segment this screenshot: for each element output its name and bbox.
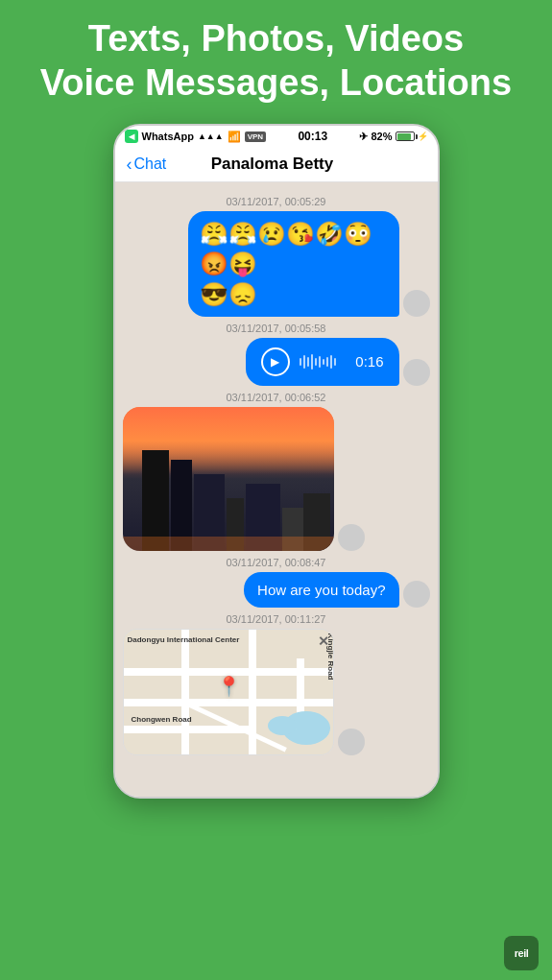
signal-icon: ▲▲▲ [198, 131, 224, 141]
avatar-1 [403, 290, 430, 317]
play-button[interactable]: ▶ [261, 347, 290, 376]
reil-icon: reil [504, 936, 539, 970]
map-label-road1: Chongwen Road [132, 715, 192, 724]
status-time: 00:13 [298, 130, 327, 143]
map-pin: 📍 [217, 675, 241, 698]
location-icon: ✈ [359, 131, 368, 143]
timestamp-4: 03/11/2017, 00:08:47 [123, 557, 430, 568]
map-close-button[interactable]: ✕ [318, 633, 329, 649]
timestamp-1: 03/11/2017, 00:05:29 [123, 196, 430, 207]
whatsapp-icon: ◀ [125, 130, 138, 143]
city-photo [123, 407, 334, 551]
back-button[interactable]: ‹ Chat [127, 155, 167, 173]
reil-logo: reil [504, 936, 539, 970]
message-row-3 [123, 407, 430, 551]
status-right: ✈ 82% ⚡ [359, 131, 427, 143]
hero-section: Texts, Photos, Videos Voice Messages, Lo… [0, 0, 552, 114]
back-label: Chat [134, 155, 167, 173]
voice-duration: 0:16 [355, 353, 383, 370]
avatar-3 [338, 524, 365, 551]
status-left: ◀ WhatsApp ▲▲▲ 📶 VPN [125, 130, 267, 143]
message-row-5: Dadongyu International Center Chongwen R… [123, 629, 430, 755]
chat-area[interactable]: 03/11/2017, 00:05:29 😤😤😢😘🤣😳😡😝😎😞 03/11/20… [115, 182, 438, 797]
hero-line1: Texts, Photos, Videos [10, 17, 542, 61]
phone-wrapper: ◀ WhatsApp ▲▲▲ 📶 VPN 00:13 ✈ 82% ⚡ ‹ Cha… [0, 124, 552, 799]
message-row-1: 😤😤😢😘🤣😳😡😝😎😞 [123, 211, 430, 317]
charging-icon: ⚡ [418, 131, 428, 141]
battery-pct: 82% [371, 131, 392, 142]
map-bubble-5[interactable]: Dadongyu International Center Chongwen R… [123, 629, 334, 755]
photo-bubble-3[interactable] [123, 407, 334, 551]
voice-bubble-2[interactable]: ▶ 0:16 [246, 338, 399, 386]
message-row-2: ▶ 0:16 [123, 338, 430, 386]
avatar-2 [403, 359, 430, 386]
phone-frame: ◀ WhatsApp ▲▲▲ 📶 VPN 00:13 ✈ 82% ⚡ ‹ Cha… [113, 124, 440, 799]
map-label-location: Dadongyu International Center [128, 635, 240, 644]
battery-icon [396, 131, 415, 141]
emoji-bubble-1: 😤😤😢😘🤣😳😡😝😎😞 [188, 211, 399, 317]
status-app-name: WhatsApp [142, 131, 194, 142]
nav-bar: ‹ Chat Panaloma Betty [115, 147, 438, 182]
text-content-4: How are you today? [257, 582, 385, 598]
hero-line2: Voice Messages, Locations [10, 61, 542, 106]
vpn-badge: VPN [245, 131, 266, 142]
voice-waveform [300, 352, 347, 371]
back-chevron-icon: ‹ [127, 155, 132, 173]
text-bubble-4: How are you today? [244, 572, 398, 608]
reil-text: reil [515, 947, 529, 959]
timestamp-2: 03/11/2017, 00:05:58 [123, 323, 430, 334]
contact-name: Panaloma Betty [174, 155, 370, 174]
map-container: Dadongyu International Center Chongwen R… [124, 630, 334, 754]
avatar-5 [338, 729, 365, 755]
avatar-4 [403, 581, 430, 608]
wifi-icon: 📶 [228, 131, 241, 143]
timestamp-5: 03/11/2017, 00:11:27 [123, 613, 430, 625]
status-bar: ◀ WhatsApp ▲▲▲ 📶 VPN 00:13 ✈ 82% ⚡ [115, 126, 438, 147]
message-row-4: How are you today? [123, 572, 430, 608]
timestamp-3: 03/11/2017, 00:06:52 [123, 392, 430, 403]
